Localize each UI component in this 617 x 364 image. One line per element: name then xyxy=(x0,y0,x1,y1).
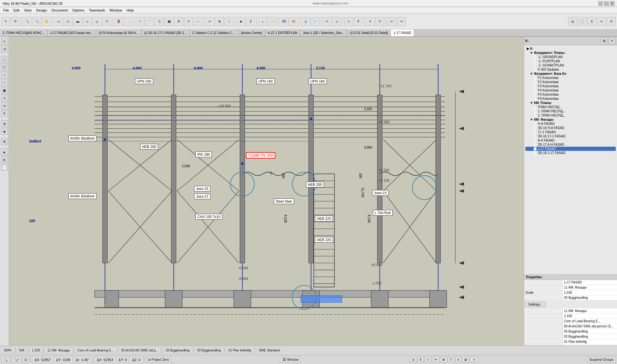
door-tool[interactable]: 🚪 xyxy=(114,17,123,26)
zoom-in-tool[interactable]: 🔍 xyxy=(23,17,32,26)
label-tool[interactable]: ↗ xyxy=(184,17,193,26)
object-tool[interactable]: ◈ xyxy=(237,17,246,26)
snap-guide-tool[interactable]: ⊹ xyxy=(344,17,353,26)
properties-button[interactable]: ≡ xyxy=(597,17,606,26)
tab-f6-kolumnbas[interactable]: (i) F6 Kolumnbas [K 004 К... xyxy=(96,30,142,36)
tree-17-1-fasad[interactable]: 📄 17-1 FASAD xyxy=(525,130,616,134)
label-joint25[interactable]: Joint 25 xyxy=(194,186,210,192)
suspend-groups-button[interactable]: Suspend Groups xyxy=(587,357,616,362)
tab-joint1[interactable]: Joint 1 [3D / Selection_Stor... xyxy=(300,30,347,36)
tree-plan2[interactable]: 📄 1. ПЛАН НЕСУЩ... xyxy=(525,109,616,113)
menu-view[interactable]: View xyxy=(22,8,34,13)
tree-plintplan[interactable]: 📄 -1. PLINTPLAN xyxy=(525,59,616,63)
wall-tool[interactable]: ▭ xyxy=(54,17,63,26)
split-tool[interactable]: ⊥ xyxy=(332,17,341,26)
label-heb220-2[interactable]: HEB 220 xyxy=(315,237,333,243)
3d-button[interactable]: 3D xyxy=(280,17,289,26)
layer-button[interactable]: ≡ xyxy=(366,17,375,26)
filter-button[interactable]: ▽ xyxy=(448,357,455,362)
menu-options[interactable]: Options xyxy=(70,8,86,13)
mesh-tool[interactable]: ⬡ xyxy=(102,17,111,26)
tab-1-17-fasad[interactable]: 1-17 FASAD xyxy=(391,30,414,36)
display-button[interactable]: ⊕ xyxy=(440,357,447,362)
slab-tool[interactable]: ▱ xyxy=(83,17,92,26)
pen-button[interactable]: ✏ xyxy=(432,357,439,362)
tree-3d16[interactable]: 📄 3D-16 17-1 FASAD xyxy=(525,134,616,138)
section-mark[interactable]: A xyxy=(1,138,8,145)
tree-f4[interactable]: 📄 F4 Kolumnbas xyxy=(525,88,616,92)
label-joint23[interactable]: Joint 23 xyxy=(372,190,389,196)
project-zero-button[interactable]: to Project Zero xyxy=(146,357,171,362)
line-tool[interactable]: / xyxy=(136,17,145,26)
find-tool[interactable]: ⌕ xyxy=(258,17,267,26)
close-button[interactable]: ✕ xyxy=(610,1,614,6)
label-heb220-1[interactable]: HEB 220 xyxy=(315,216,333,221)
tree-1-17-fasad[interactable]: 📄 1-17 FASAD xyxy=(525,147,616,151)
navigator-close-btn[interactable]: ✕ xyxy=(609,37,616,44)
navigator-view-btn[interactable]: ▤ xyxy=(601,37,608,44)
menu-document[interactable]: Document xyxy=(50,8,70,13)
tree-schaktplan[interactable]: 📄 -2. SCHAKTPLAN xyxy=(525,63,616,67)
layer-filter[interactable]: ▽ xyxy=(375,17,384,26)
tab-plan-nesushih[interactable]: 2. ПЛАН НЕСУЩИХ КОНС... xyxy=(0,30,48,36)
organizer-button[interactable]: 📋 xyxy=(578,17,587,26)
rectangle-tool[interactable]: □ xyxy=(1,56,8,63)
spline-tool[interactable]: ∿ xyxy=(1,94,8,101)
tree-f2[interactable]: 📄 F2 Kolumnbas xyxy=(525,80,616,84)
rotate-tool[interactable]: ⟳ xyxy=(11,17,20,26)
measure-tool[interactable]: ⇔ xyxy=(1,102,8,109)
zoom-out-tool[interactable]: 🔍 xyxy=(32,17,41,26)
label-upn160-1[interactable]: UPN 160 xyxy=(135,78,153,84)
label-joint27[interactable]: Joint 27 xyxy=(194,194,210,199)
tab-k27-entreplan[interactable]: K-27.1 ENTRÉPLAN xyxy=(265,30,300,36)
ghost-button[interactable]: 👻 xyxy=(470,357,478,362)
label-heb200-1[interactable]: HEB 200 xyxy=(140,144,158,150)
zoom-icons2[interactable]: 🔍+ xyxy=(11,357,22,362)
rotate-left-tool[interactable]: ↺ xyxy=(1,46,8,53)
zoom-fit[interactable]: ⊡ xyxy=(22,357,29,362)
close-panel-button[interactable]: ✕ xyxy=(607,17,616,26)
tree-ha-fasad[interactable]: 📄 H-A FASAD xyxy=(525,122,616,126)
redo-button[interactable]: ↪ xyxy=(397,17,406,26)
menu-window[interactable]: Window xyxy=(108,8,124,13)
viewpoint-panel[interactable]: ◎ xyxy=(1,156,8,163)
3d-orbit[interactable]: ⊛ xyxy=(1,120,8,127)
group-button[interactable]: ⊞ xyxy=(462,357,469,362)
window-tool[interactable]: ⬜ xyxy=(124,17,133,26)
menu-design[interactable]: Design xyxy=(34,8,49,13)
polyline-tool[interactable]: ⟨⟩ xyxy=(155,17,164,26)
grid-snap[interactable]: # xyxy=(1,110,8,117)
layer-button2[interactable]: ≡ xyxy=(455,357,462,362)
snap-button[interactable]: ⊹ xyxy=(425,357,432,362)
tree-gjutplan[interactable]: 📄 K 003 Gjutplan xyxy=(525,67,616,72)
magic-wand-tool[interactable]: ⚡ xyxy=(268,17,277,26)
polygon-tool[interactable]: ⬡ xyxy=(1,64,8,71)
menu-help[interactable]: Help xyxy=(125,8,136,13)
render-button[interactable]: 🎨 xyxy=(289,17,298,26)
tree-grundplan[interactable]: 📄 -1. GRUNDPLAN xyxy=(525,55,616,59)
label-t130m[interactable]: T130M-75L-930 xyxy=(246,152,275,159)
navigator-button[interactable]: 🗂 xyxy=(568,17,577,26)
minimize-button[interactable]: — xyxy=(598,1,603,6)
tree-3d18[interactable]: 📄 3D-18 1-17 FASAD xyxy=(525,151,616,155)
tab-fasad-1-17[interactable]: 1-17 FASAD [SO Fasad mot... xyxy=(48,30,96,36)
design-panel[interactable]: ▲ xyxy=(1,148,8,155)
arc-tool[interactable]: ⌒ xyxy=(145,17,154,26)
grid-tool[interactable]: # xyxy=(354,17,363,26)
tree-f1[interactable]: 📄 F1 Kolumnbas xyxy=(525,76,616,80)
tree-fundament-baza[interactable]: ▼ Фундамент: База Ко xyxy=(525,72,616,76)
tab-d01-detail[interactable]: (i) D 01 Detail [D 01 Detail] xyxy=(347,30,391,36)
menu-teamwork[interactable]: Teamwork xyxy=(87,8,107,13)
column-tool[interactable]: ◻ xyxy=(64,17,73,26)
hatch-tool[interactable]: ▩ xyxy=(1,87,8,94)
detail-tool[interactable]: ⊕ xyxy=(215,17,224,26)
curve-tool[interactable]: ~ xyxy=(1,79,8,86)
beam-tool[interactable]: ▬ xyxy=(73,17,82,26)
tree-km-fasady[interactable]: ▼ КМ: Фасады xyxy=(525,117,616,122)
tree-f6[interactable]: 📄 F6 Kolumnbas xyxy=(525,97,616,101)
tree-plan1[interactable]: 📄 ПЛАН НЕСУЩ... xyxy=(525,105,616,109)
tab-3d-16-17-1[interactable]: (i) 3D-16 17-1 FASAD [3D-1... xyxy=(142,30,190,36)
elevation-tool[interactable]: ↕ xyxy=(225,17,234,26)
tree-f3[interactable]: 📄 F3 Kolumnbas xyxy=(525,84,616,88)
trim-tool[interactable]: ✂ xyxy=(323,17,332,26)
